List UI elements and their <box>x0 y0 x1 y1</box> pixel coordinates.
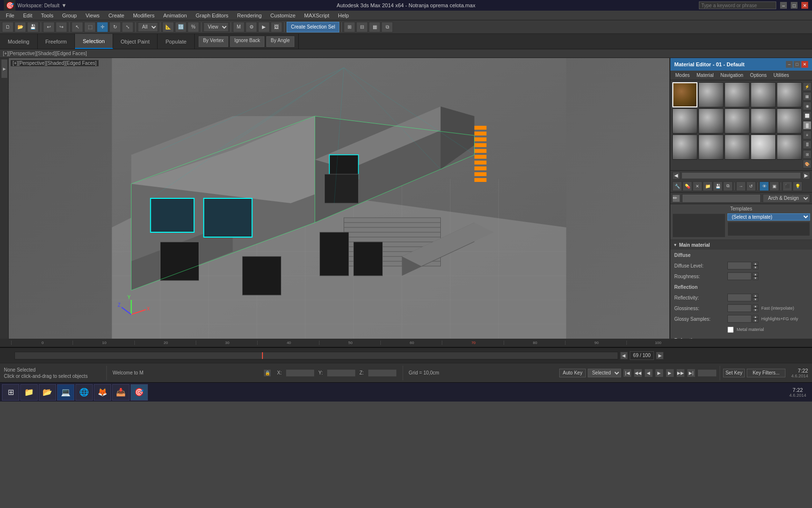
percent-snap-btn[interactable]: % <box>188 22 199 32</box>
sample-slot-1[interactable] <box>672 82 697 107</box>
select-btn[interactable]: ↖ <box>72 22 83 32</box>
diffuse-level-down[interactable]: ▼ <box>753 266 758 269</box>
mat-side-btn2[interactable]: ▦ <box>803 92 812 101</box>
reflectivity-input[interactable]: 0,6 <box>727 294 752 301</box>
file-explorer-btn[interactable]: 📁 <box>20 384 38 401</box>
workspace-dropdown[interactable]: ▼ <box>61 2 67 8</box>
ribbon-tool-btn1[interactable]: By Vertex <box>199 36 228 47</box>
sample-slot-10[interactable] <box>777 108 802 134</box>
menu-help[interactable]: Help <box>334 12 353 19</box>
playback-prev-frame-btn[interactable]: ◀ <box>644 369 653 377</box>
mat-side-btn8[interactable]: ⊞ <box>803 150 812 159</box>
mat-side-btn4[interactable]: ⬜ <box>803 111 812 120</box>
clone-btn[interactable]: ⧉ <box>381 22 393 32</box>
viewport-canvas[interactable]: X Y Z [+][Perspective][Shaded][Edged Fac… <box>9 58 669 339</box>
mat-menu-options[interactable]: Options <box>747 72 769 78</box>
render-setup-btn[interactable]: ⚙ <box>246 22 257 32</box>
select-region-btn[interactable]: ⬚ <box>84 22 96 32</box>
main-material-header[interactable]: ▼ Main material <box>670 240 812 250</box>
sample-slot-5[interactable] <box>777 82 802 107</box>
reflection-glossiness-down[interactable]: ▼ <box>753 308 758 312</box>
glossy-samples-input[interactable]: 8 <box>727 315 752 323</box>
ribbon-tab-populate[interactable]: Populate <box>158 34 194 49</box>
sample-slot-13[interactable] <box>725 134 750 160</box>
active-shade-btn[interactable]: 🖼 <box>271 22 282 32</box>
nav-next-arrow[interactable]: ▶ <box>802 172 810 179</box>
setkey-button[interactable]: Set Key <box>723 369 745 377</box>
menu-views[interactable]: Views <box>82 12 103 19</box>
mat-bg-btn[interactable]: ⬛ <box>783 181 792 191</box>
roughness-down[interactable]: ▼ <box>753 276 758 280</box>
sample-slot-4[interactable] <box>751 82 776 107</box>
mat-eyedrop-btn[interactable]: ✏ <box>672 194 680 202</box>
z-coord-input[interactable] <box>368 369 397 377</box>
render-btn[interactable]: ▶ <box>258 22 270 32</box>
mat-side-btn3[interactable]: ◉ <box>803 102 812 110</box>
glossy-samples-down[interactable]: ▼ <box>753 319 758 323</box>
snap-toggle[interactable]: 📐 <box>162 22 174 32</box>
open-btn[interactable]: 📂 <box>14 22 26 32</box>
menu-customize[interactable]: Customize <box>266 12 299 19</box>
frame-number-input[interactable]: 69 <box>697 369 717 377</box>
minimize-button[interactable]: – <box>780 2 787 9</box>
utorrent-btn[interactable]: 📥 <box>112 384 130 401</box>
mat-save-btn[interactable]: 💾 <box>713 181 723 191</box>
mat-reset-btn[interactable]: ↺ <box>746 181 756 191</box>
diffuse-level-input[interactable]: 1,0 <box>727 262 752 269</box>
side-panel-btn1[interactable]: ▶ <box>1 59 8 78</box>
mat-type-dropdown[interactable]: Arch & Design <box>763 194 810 203</box>
ribbon-tab-selection[interactable]: Selection <box>75 34 113 49</box>
browser-btn[interactable]: 🌐 <box>75 384 93 401</box>
mat-get-btn[interactable]: 💊 <box>682 181 692 191</box>
3dsmax-btn[interactable]: 🎯 <box>130 384 148 401</box>
material-editor-titlebar[interactable]: Material Editor - 01 - Default – □ ✕ <box>670 58 812 71</box>
sample-slot-2[interactable] <box>698 82 724 107</box>
mat-side-btn1[interactable]: ⚡ <box>803 82 812 91</box>
mat-editor-maximize[interactable]: □ <box>794 61 800 68</box>
timeline-next-btn[interactable]: ▶ <box>656 352 664 359</box>
reflection-glossiness-input[interactable]: 1,0 <box>727 304 752 312</box>
playback-prev-btn[interactable]: ◀◀ <box>634 369 642 377</box>
folder-btn[interactable]: 📂 <box>39 384 56 401</box>
nav-prev-arrow[interactable]: ◀ <box>672 172 680 179</box>
metal-checkbox[interactable] <box>727 327 734 333</box>
mat-backlight-btn[interactable]: 💡 <box>793 181 802 191</box>
search-input[interactable] <box>699 1 776 9</box>
x-coord-input[interactable] <box>286 369 315 377</box>
mat-show2-btn[interactable]: ▣ <box>769 181 779 191</box>
lock-icon[interactable]: 🔒 <box>263 369 271 377</box>
menu-group[interactable]: Group <box>58 12 81 19</box>
start-button[interactable]: ⊞ <box>2 384 19 401</box>
sample-slot-8[interactable] <box>725 108 750 134</box>
autokey-button[interactable]: Auto Key <box>559 369 586 377</box>
mat-menu-material[interactable]: Material <box>694 72 717 78</box>
angle-snap-btn[interactable]: 🔢 <box>175 22 187 32</box>
playback-end-btn[interactable]: ▶| <box>687 369 696 377</box>
ribbon-tool-btn3[interactable]: By Angle <box>266 36 294 47</box>
ie-btn[interactable]: 💻 <box>57 384 74 401</box>
menu-create[interactable]: Create <box>104 12 128 19</box>
diffuse-level-up[interactable]: ▲ <box>753 262 758 266</box>
sample-slot-11[interactable] <box>672 134 697 160</box>
menu-rendering[interactable]: Rendering <box>233 12 266 19</box>
timeline-track[interactable] <box>14 352 618 359</box>
mat-menu-modes[interactable]: Modes <box>672 72 693 78</box>
mat-side-btn6[interactable]: ≡ <box>803 131 812 139</box>
mat-name-input[interactable]: 01 - Default <box>682 194 761 203</box>
template-dropdown[interactable]: (Select a template) <box>727 213 810 221</box>
glossy-samples-up[interactable]: ▲ <box>753 315 758 319</box>
sample-slot-9[interactable] <box>751 108 776 134</box>
mat-load-btn[interactable]: 📁 <box>703 181 712 191</box>
undo-btn[interactable]: ↩ <box>43 22 55 32</box>
menu-tools[interactable]: Tools <box>37 12 58 19</box>
menu-maxscript[interactable]: MAXScript <box>300 12 333 19</box>
maximize-button[interactable]: □ <box>791 2 798 9</box>
reflection-glossiness-up[interactable]: ▲ <box>753 304 758 308</box>
filter-dropdown[interactable]: All <box>138 22 158 32</box>
roughness-input[interactable]: 0,0 <box>727 272 752 280</box>
close-button[interactable]: ✕ <box>801 2 808 9</box>
mat-menu-utilities[interactable]: Utilities <box>770 72 792 78</box>
new-btn[interactable]: 🗋 <box>2 22 14 32</box>
mat-show-btn[interactable]: 👁 <box>759 181 769 191</box>
sample-slot-6[interactable] <box>672 108 697 134</box>
